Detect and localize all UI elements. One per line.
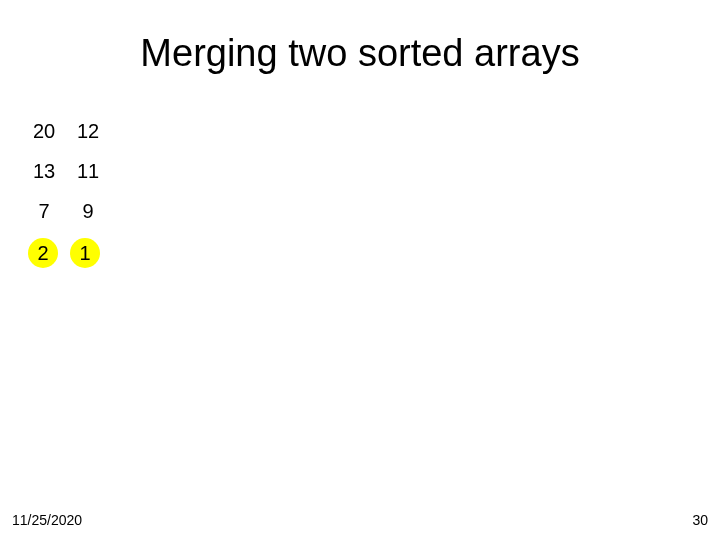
array-row-3: 2 1 bbox=[28, 238, 104, 268]
left-cell-1: 13 bbox=[28, 158, 60, 184]
right-cell-3: 1 bbox=[70, 238, 100, 268]
array-row-2: 7 9 bbox=[28, 198, 104, 224]
right-cell-0: 12 bbox=[72, 118, 104, 144]
left-cell-2: 7 bbox=[28, 198, 60, 224]
slide-footer: 11/25/2020 30 bbox=[0, 512, 720, 528]
array-row-1: 13 11 bbox=[28, 158, 104, 184]
arrays-container: 20 12 13 11 7 9 2 1 bbox=[28, 118, 104, 282]
left-cell-0: 20 bbox=[28, 118, 60, 144]
footer-date: 11/25/2020 bbox=[12, 512, 82, 528]
left-cell-3: 2 bbox=[28, 238, 58, 268]
right-cell-1: 11 bbox=[72, 158, 104, 184]
footer-slide-number: 30 bbox=[692, 512, 708, 528]
right-cell-2: 9 bbox=[72, 198, 104, 224]
slide-title: Merging two sorted arrays bbox=[0, 0, 720, 75]
array-row-0: 20 12 bbox=[28, 118, 104, 144]
